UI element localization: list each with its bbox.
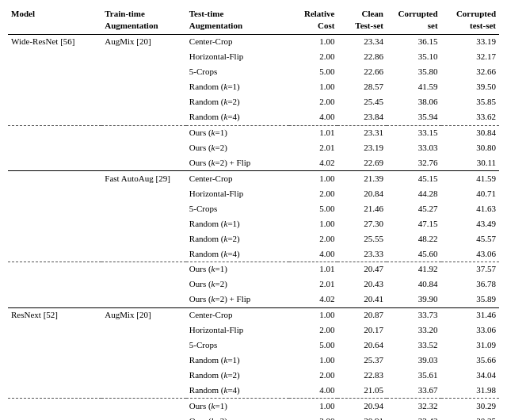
header-corrupted-set: Corruptedset (387, 6, 441, 34)
train-aug-cell: AugMix [20] (101, 307, 185, 323)
table-row: Horizontal-Flip2.0020.8444.2840.71 (8, 186, 499, 201)
table-row: ResNext [52]AugMix [20]Center-Crop1.0020… (8, 307, 499, 323)
model-cell: Wide-ResNet [56] (8, 34, 101, 49)
header-test-aug: Test-timeAugmentation (186, 6, 289, 34)
our-row: Ours (k=1)1.0020.9432.3230.29 (8, 399, 499, 414)
train-aug-cell: AugMix [20] (101, 34, 185, 49)
our-row: Ours (k=2) + Flip4.0222.6932.7630.11 (8, 155, 499, 170)
table-row: Random (k=1)1.0025.3739.0335.66 (8, 353, 499, 368)
table-row: Random (k=4)4.0023.8435.9433.62 (8, 110, 499, 125)
model-cell: ResNext [52] (8, 307, 101, 323)
table-row: Random (k=1)1.0027.3047.1543.49 (8, 216, 499, 231)
header-rel-cost: RelativeCost (289, 6, 338, 34)
header-corrupted-test: Corruptedtest-set (441, 6, 499, 34)
our-row: Ours (k=2) + Flip4.0220.4139.9035.89 (8, 292, 499, 307)
our-row: Ours (k=2)2.0120.4340.8436.78 (8, 277, 499, 292)
header-train-aug: Train-timeAugmentation (101, 6, 185, 34)
table-row: 5-Crops5.0020.6433.5231.09 (8, 338, 499, 353)
our-row: Ours (k=1)1.0123.3133.1530.84 (8, 125, 499, 140)
table-row: Random (k=4)4.0023.3345.6043.06 (8, 246, 499, 262)
table-row: 5-Crops5.0021.4645.2741.63 (8, 201, 499, 216)
table-row: Wide-ResNet [56]AugMix [20]Center-Crop1.… (8, 34, 499, 49)
table-row: Fast AutoAug [29]Center-Crop1.0021.3945.… (8, 171, 499, 186)
header-row: Model Train-timeAugmentation Test-timeAu… (8, 6, 499, 34)
table-row: Random (k=4)4.0021.0533.6731.98 (8, 383, 499, 398)
header-clean: CleanTest-set (337, 6, 387, 34)
model-cell (8, 171, 101, 186)
table-row: Random (k=2)2.0025.5548.2245.57 (8, 231, 499, 246)
table-row: Horizontal-Flip2.0020.1733.2033.06 (8, 323, 499, 338)
header-model: Model (8, 6, 101, 34)
table-row: Random (k=2)2.0022.8335.6134.04 (8, 368, 499, 384)
results-table: Model Train-timeAugmentation Test-timeAu… (8, 6, 499, 420)
train-aug-cell: Fast AutoAug [29] (101, 171, 185, 186)
our-row: Ours (k=2)2.0123.1933.0330.80 (8, 140, 499, 155)
table-row: 5-Crops5.0022.6635.8032.66 (8, 65, 499, 80)
our-row: Ours (k=2)2.0020.9132.4230.35 (8, 414, 499, 420)
table-row: Random (k=2)2.0025.4538.0635.85 (8, 95, 499, 110)
table-row: Random (k=1)1.0028.5741.5939.50 (8, 80, 499, 95)
table-row: Horizontal-Flip2.0022.8635.1032.17 (8, 50, 499, 65)
our-row: Ours (k=1)1.0120.4741.9237.57 (8, 262, 499, 277)
